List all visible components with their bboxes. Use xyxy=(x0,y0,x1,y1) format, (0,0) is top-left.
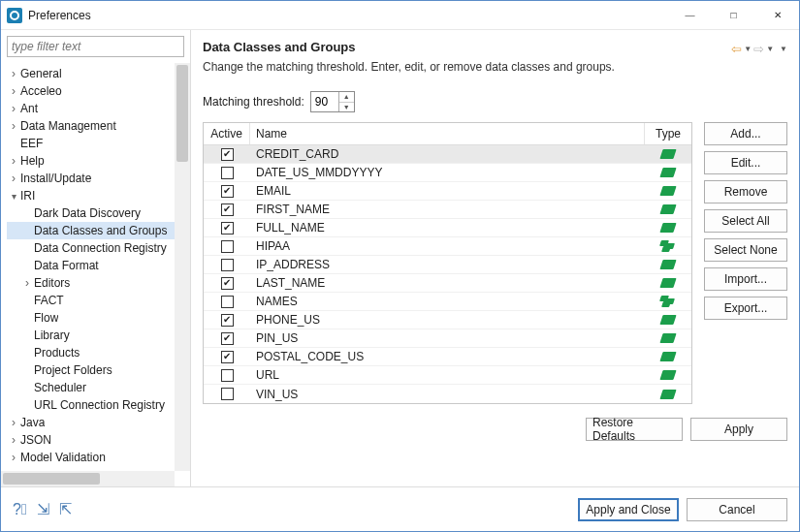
table-row[interactable]: DATE_US_MMDDYYYY xyxy=(204,164,691,182)
tree-item[interactable]: Flow xyxy=(7,309,175,327)
table-row[interactable]: EMAIL xyxy=(204,182,691,201)
remove-button[interactable]: Remove xyxy=(704,180,787,203)
close-button[interactable]: ✕ xyxy=(755,1,799,29)
active-checkbox[interactable] xyxy=(221,314,234,327)
col-name[interactable]: Name xyxy=(250,123,645,144)
sidebar: GeneralAcceleoAntData ManagementEEFHelpI… xyxy=(1,30,191,486)
name-cell: FIRST_NAME xyxy=(250,203,645,216)
back-arrow-icon[interactable]: ⇦ xyxy=(731,42,742,56)
tree-item[interactable]: Project Folders xyxy=(7,361,175,379)
chevron-right-icon[interactable] xyxy=(7,154,20,168)
type-cell xyxy=(645,315,691,325)
tree-item[interactable]: Help xyxy=(7,152,175,170)
tree-item[interactable]: General xyxy=(7,65,175,82)
tree-item[interactable]: Install/Update xyxy=(7,170,175,187)
table-row[interactable]: NAMES xyxy=(204,293,691,311)
chevron-right-icon[interactable] xyxy=(7,433,20,447)
threshold-spinner[interactable]: ▲ ▼ xyxy=(310,91,355,112)
spinner-down-icon[interactable]: ▼ xyxy=(339,103,354,112)
maximize-button[interactable]: □ xyxy=(712,1,755,29)
edit-button[interactable]: Edit... xyxy=(704,151,787,174)
cancel-button[interactable]: Cancel xyxy=(687,498,787,521)
chevron-right-icon[interactable] xyxy=(7,67,20,80)
table-row[interactable]: VIN_US xyxy=(204,385,691,403)
active-checkbox[interactable] xyxy=(221,369,234,382)
active-checkbox[interactable] xyxy=(221,203,234,216)
active-checkbox[interactable] xyxy=(221,277,234,290)
active-checkbox[interactable] xyxy=(221,351,234,363)
threshold-input[interactable] xyxy=(311,92,338,111)
back-dropdown-icon[interactable]: ▼ xyxy=(744,45,752,53)
forward-arrow-icon[interactable]: ⇨ xyxy=(753,42,764,56)
table-row[interactable]: URL xyxy=(204,366,691,385)
tree-item[interactable]: Ant xyxy=(7,100,175,117)
chevron-right-icon[interactable] xyxy=(7,172,20,185)
active-checkbox[interactable] xyxy=(221,167,234,179)
tree-item[interactable]: URL Connection Registry xyxy=(7,396,175,414)
active-checkbox[interactable] xyxy=(221,185,234,198)
tree-item[interactable]: Acceleo xyxy=(7,82,175,100)
table-row[interactable]: POSTAL_CODE_US xyxy=(204,348,691,366)
table-row[interactable]: LAST_NAME xyxy=(204,274,691,293)
chevron-right-icon[interactable] xyxy=(7,119,20,133)
add-button[interactable]: Add... xyxy=(704,122,787,145)
filter-input[interactable] xyxy=(7,36,184,57)
active-checkbox[interactable] xyxy=(221,222,234,235)
chevron-right-icon[interactable] xyxy=(7,102,20,115)
spinner-up-icon[interactable]: ▲ xyxy=(339,92,354,103)
col-active[interactable]: Active xyxy=(204,123,250,144)
active-checkbox[interactable] xyxy=(221,388,234,400)
tree-item[interactable]: Data Connection Registry xyxy=(7,239,175,257)
apply-and-close-button[interactable]: Apply and Close xyxy=(578,498,679,521)
active-checkbox[interactable] xyxy=(221,259,234,271)
apply-button[interactable]: Apply xyxy=(690,418,787,441)
chevron-down-icon[interactable] xyxy=(7,191,20,202)
forward-dropdown-icon[interactable]: ▼ xyxy=(766,45,774,53)
tree-item[interactable]: Scheduler xyxy=(7,379,175,396)
tree-item[interactable]: Editors xyxy=(7,274,175,292)
tree-item[interactable]: Java xyxy=(7,414,175,431)
help-icon[interactable]: ?⃝ xyxy=(13,501,27,518)
restore-defaults-button[interactable]: Restore Defaults xyxy=(586,418,683,441)
select-none-button[interactable]: Select None xyxy=(704,238,787,262)
import-prefs-icon[interactable]: ⇲ xyxy=(37,500,49,518)
active-checkbox[interactable] xyxy=(221,332,234,345)
table-row[interactable]: CREDIT_CARD xyxy=(204,145,691,164)
active-checkbox[interactable] xyxy=(221,148,234,161)
tree-horizontal-scrollbar[interactable] xyxy=(1,471,175,486)
nav-history: ⇦ ▼ ⇨ ▼ ▼ xyxy=(731,42,787,56)
active-checkbox[interactable] xyxy=(221,296,234,308)
active-checkbox[interactable] xyxy=(221,240,234,253)
preferences-tree[interactable]: GeneralAcceleoAntData ManagementEEFHelpI… xyxy=(1,63,175,471)
tree-item[interactable]: Dark Data Discovery xyxy=(7,204,175,222)
table-row[interactable]: FULL_NAME xyxy=(204,219,691,237)
tree-item[interactable]: Data Classes and Groups xyxy=(7,222,175,239)
table-row[interactable]: FIRST_NAME xyxy=(204,201,691,219)
tree-item[interactable]: Data Format xyxy=(7,257,175,274)
export-prefs-icon[interactable]: ⇱ xyxy=(59,500,72,518)
tree-item[interactable]: FACT xyxy=(7,292,175,309)
menu-dropdown-icon[interactable]: ▼ xyxy=(780,45,787,53)
tree-item[interactable]: Model Validation xyxy=(7,449,175,466)
chevron-right-icon[interactable] xyxy=(7,84,20,98)
chevron-right-icon[interactable] xyxy=(20,276,34,290)
export-button[interactable]: Export... xyxy=(704,297,787,320)
chevron-right-icon[interactable] xyxy=(7,416,20,429)
tree-item[interactable]: JSON xyxy=(7,431,175,449)
import-button[interactable]: Import... xyxy=(704,267,787,291)
tree-item[interactable]: Products xyxy=(7,344,175,361)
minimize-button[interactable]: — xyxy=(668,1,712,29)
chevron-right-icon[interactable] xyxy=(7,451,20,464)
select-all-button[interactable]: Select All xyxy=(704,209,787,233)
table-row[interactable]: HIPAA xyxy=(204,237,691,256)
tree-item[interactable]: Library xyxy=(7,327,175,344)
col-type[interactable]: Type xyxy=(645,123,691,144)
tree-item-label: Project Folders xyxy=(34,363,112,377)
table-row[interactable]: PIN_US xyxy=(204,329,691,348)
tree-item[interactable]: IRI xyxy=(7,187,175,204)
table-row[interactable]: IP_ADDRESS xyxy=(204,256,691,274)
tree-vertical-scrollbar[interactable] xyxy=(175,63,190,471)
tree-item[interactable]: EEF xyxy=(7,135,175,152)
table-row[interactable]: PHONE_US xyxy=(204,311,691,329)
tree-item[interactable]: Data Management xyxy=(7,117,175,135)
